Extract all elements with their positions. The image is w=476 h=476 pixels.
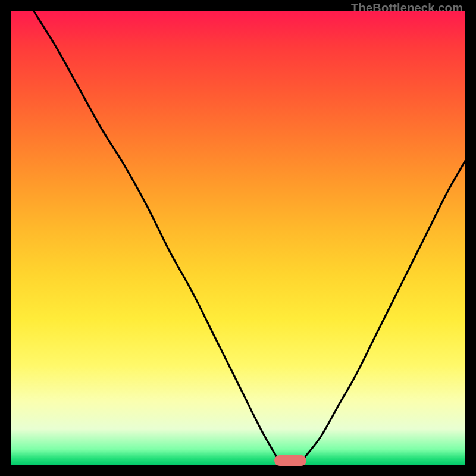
right-curve bbox=[302, 161, 465, 461]
curve-svg bbox=[11, 11, 465, 465]
left-curve bbox=[33, 11, 279, 461]
outer-frame: TheBottleneck.com bbox=[0, 0, 476, 476]
bottleneck-marker bbox=[274, 455, 306, 466]
plot-area bbox=[11, 11, 465, 465]
